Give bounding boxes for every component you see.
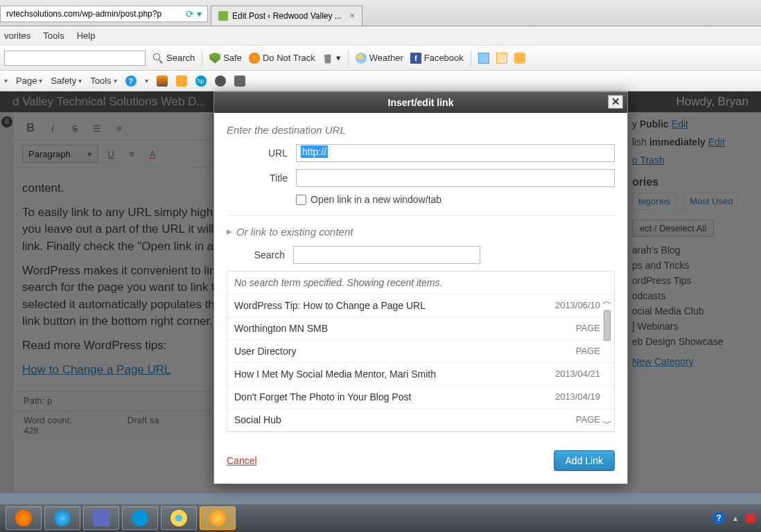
desktop-icon [93, 510, 110, 526]
home-menu[interactable] [4, 77, 8, 85]
url-label: URL [227, 148, 296, 159]
note-icon[interactable] [496, 53, 507, 64]
hp-icon[interactable]: hp [195, 76, 207, 87]
taskbar-media-player[interactable] [6, 506, 42, 530]
page-menu[interactable]: Page [16, 76, 42, 86]
result-item[interactable]: WordPress Tip: How to Change a Page URL2… [227, 294, 614, 317]
result-item[interactable]: Don't Forget The Photo in Your Blog Post… [227, 386, 614, 409]
close-tab-icon[interactable]: × [350, 11, 355, 21]
tray-action-center-icon[interactable] [746, 513, 755, 523]
facebook-icon: f [410, 53, 421, 64]
scrollbar[interactable]: ︿ ﹀ [602, 295, 613, 430]
results-hint: No search term specified. Showing recent… [227, 272, 614, 294]
browser-tab-strip: rvtechsolutions.com/wp-admin/post.php?p … [0, 0, 761, 26]
result-item[interactable]: Worthington MN SMBPAGE [227, 317, 614, 340]
add-link-button[interactable]: Add Link [554, 450, 615, 471]
toolbar-search-input[interactable] [4, 51, 146, 66]
dialog-title: Insert/edit link [388, 97, 454, 108]
menu-help[interactable]: Help [77, 30, 96, 41]
taskbar-hp[interactable] [122, 506, 158, 530]
result-item[interactable]: User DirectoryPAGE [227, 340, 614, 363]
hp-icon [132, 510, 148, 526]
title-input[interactable] [296, 169, 615, 187]
link-existing-toggle[interactable]: Or link to existing content [227, 225, 615, 238]
refresh-icon[interactable]: ⟳ ▾ [186, 8, 202, 19]
search-button[interactable]: Search [152, 53, 195, 64]
gear-icon[interactable] [234, 76, 245, 87]
weather-icon [356, 53, 367, 64]
menu-bar: vorites Tools Help [0, 26, 761, 46]
separator [202, 51, 202, 66]
dialog-hint: Enter the destination URL [227, 124, 615, 136]
separator [348, 51, 349, 66]
taskbar-desktop[interactable] [83, 506, 119, 530]
open-new-tab-checkbox[interactable] [296, 195, 306, 205]
scroll-thumb[interactable] [604, 310, 611, 341]
doc-icon[interactable] [478, 53, 489, 64]
find-icon[interactable] [514, 53, 525, 64]
wordpress-icon[interactable] [215, 76, 226, 87]
cancel-button[interactable]: Cancel [227, 455, 257, 466]
tools-menu[interactable]: Tools [90, 76, 116, 86]
open-new-tab-label: Open link in a new window/tab [310, 194, 441, 205]
menu-favorites[interactable]: vorites [4, 30, 30, 41]
dnt-button[interactable]: Do Not Track [249, 53, 315, 64]
shield-icon [209, 53, 220, 64]
globe-icon [209, 510, 226, 526]
facebook-button[interactable]: fFacebook [410, 53, 464, 64]
tray-show-hidden-icon[interactable]: ▲ [732, 515, 739, 522]
taskbar-browser-active[interactable] [200, 506, 236, 530]
weather-button[interactable]: Weather [356, 53, 403, 64]
safety-menu[interactable]: Safety [51, 76, 82, 86]
url-input[interactable]: http:// [296, 144, 615, 162]
brush-icon[interactable] [176, 76, 187, 87]
search-input[interactable] [293, 246, 480, 264]
browser-toolbar: Search Safe Do Not Track ▾ Weather fFace… [0, 46, 761, 71]
browser-toolbar-secondary: Page Safety Tools ?▾ hp [0, 71, 761, 91]
torch-icon[interactable] [157, 76, 168, 87]
insert-link-dialog: Insert/edit link ✕ Enter the destination… [213, 91, 628, 484]
close-dialog-button[interactable]: ✕ [608, 95, 623, 109]
scroll-up-icon[interactable]: ︿ [602, 295, 612, 308]
trash-icon [322, 53, 333, 64]
safe-button[interactable]: Safe [209, 53, 242, 64]
result-item[interactable]: How I Met My Social Media Mentor, Mari S… [227, 363, 614, 386]
menu-tools[interactable]: Tools [43, 30, 64, 41]
tray-help-icon[interactable]: ? [712, 512, 725, 524]
site-favicon-icon [218, 11, 228, 21]
url-text: rvtechsolutions.com/wp-admin/post.php?p [6, 9, 161, 19]
taskbar-app[interactable] [44, 506, 80, 530]
ie-icon [170, 510, 187, 526]
taskbar-ie[interactable] [161, 506, 197, 530]
search-icon [152, 53, 164, 64]
search-label: Search [227, 249, 293, 260]
scroll-down-icon[interactable]: ﹀ [602, 418, 612, 430]
results-list: No search term specified. Showing recent… [227, 271, 615, 432]
dialog-title-bar[interactable]: Insert/edit link ✕ [214, 92, 627, 113]
result-item[interactable]: Social HubPAGE [227, 409, 614, 432]
media-player-icon [15, 510, 32, 526]
address-bar[interactable]: rvtechsolutions.com/wp-admin/post.php?p … [0, 6, 208, 22]
separator [471, 51, 471, 66]
title-label: Title [227, 172, 296, 184]
windows-taskbar: ? ▲ [0, 504, 761, 532]
do-not-track-icon [249, 53, 260, 64]
circle-icon [54, 510, 71, 526]
browser-tab[interactable]: Edit Post ‹ Redwood Valley ... × [211, 6, 362, 26]
tab-title: Edit Post ‹ Redwood Valley ... [232, 11, 342, 21]
help-icon[interactable]: ? [125, 76, 137, 87]
system-tray: ? ▲ [712, 512, 755, 524]
trash-menu[interactable]: ▾ [322, 53, 341, 64]
